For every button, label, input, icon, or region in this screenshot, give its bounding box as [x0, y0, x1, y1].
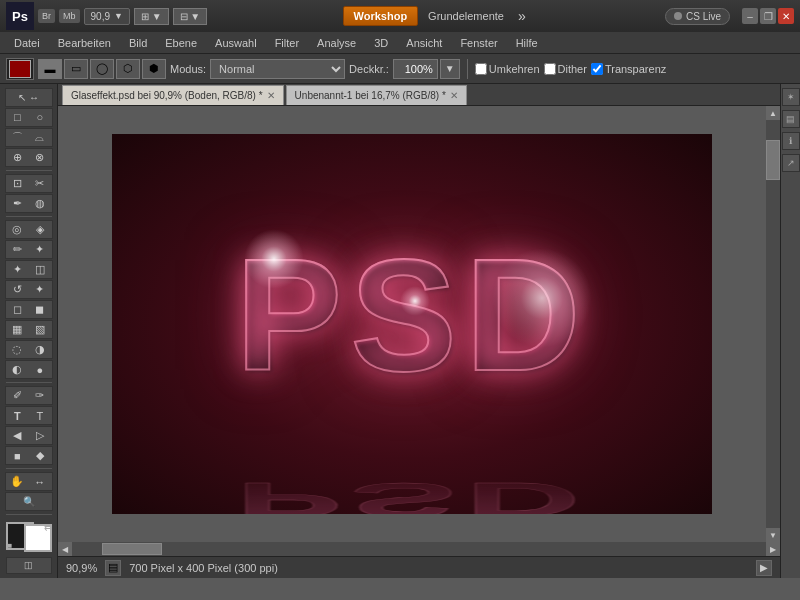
panel-btn-star[interactable]: ✶: [782, 88, 800, 106]
shape-tool[interactable]: ■◆: [5, 446, 53, 465]
scroll-left-arrow[interactable]: ◀: [58, 542, 72, 556]
quick-mask-btn[interactable]: ◫: [6, 557, 52, 574]
minimize-button[interactable]: –: [742, 8, 758, 24]
modus-select[interactable]: Normal Multiplizieren Negativ Multiplizi…: [210, 59, 345, 79]
zoom-tool[interactable]: 🔍: [5, 492, 53, 511]
deckkraft-input[interactable]: [393, 59, 438, 79]
status-zoom: 90,9%: [66, 562, 97, 574]
menu-hilfe[interactable]: Hilfe: [508, 35, 546, 51]
panel-btn-info[interactable]: ℹ: [782, 132, 800, 150]
toolbar: ↖ ↔ □○ ⌒⌓ ⊕⊗ ⊡✂ ✒◍ ◎◈ ✏✦ ✦◫ ↺✦ ◻◼: [0, 84, 58, 578]
clone-tool[interactable]: ✦◫: [5, 260, 53, 279]
titlebar: Ps Br Mb 90,9 ▼ ⊞ ▼ ⊟ ▼ Workshop Grundel…: [0, 0, 800, 32]
pen-tool[interactable]: ✐✑: [5, 386, 53, 405]
view-dropdown[interactable]: ⊞ ▼: [134, 8, 169, 25]
shape-rounded[interactable]: ▭: [64, 59, 88, 79]
umkehren-checkbox[interactable]: [475, 63, 487, 75]
br-badge[interactable]: Br: [38, 9, 55, 23]
tab-close-0[interactable]: ✕: [267, 90, 275, 101]
panel-btn-grid[interactable]: ▤: [782, 110, 800, 128]
menu-ebene[interactable]: Ebene: [157, 35, 205, 51]
canvas-area: PSD PSD: [58, 106, 766, 542]
horizontal-scrollbar-container: ◀ ▶: [58, 542, 780, 556]
tab-unbenannt[interactable]: Unbenannt-1 bei 16,7% (RGB/8) * ✕: [286, 85, 467, 105]
right-panel: ✶ ▤ ℹ ↗: [780, 84, 800, 578]
tab-glaseffekt[interactable]: Glaseffekt.psd bei 90,9% (Boden, RGB/8) …: [62, 85, 284, 105]
ps-logo: Ps: [6, 2, 34, 30]
psd-text-display: PSD: [236, 223, 589, 407]
tab-close-1[interactable]: ✕: [450, 90, 458, 101]
cslive-button[interactable]: CS Live: [665, 8, 730, 25]
grundelemente-label: Grundelemente: [422, 10, 510, 22]
history-tool[interactable]: ↺✦: [5, 280, 53, 299]
status-next-arrow[interactable]: ▶: [756, 560, 772, 576]
extend-button[interactable]: »: [514, 8, 530, 24]
scroll-down-arrow[interactable]: ▼: [766, 528, 780, 542]
status-icon[interactable]: ▤: [105, 560, 121, 576]
eyedropper-tool[interactable]: ✒◍: [5, 194, 53, 213]
status-info: 700 Pixel x 400 Pixel (300 ppi): [129, 562, 748, 574]
mb-badge[interactable]: Mb: [59, 9, 80, 23]
shape-rect[interactable]: ▬: [38, 59, 62, 79]
dodge-tool[interactable]: ◐●: [5, 360, 53, 379]
menu-bild[interactable]: Bild: [121, 35, 155, 51]
statusbar: 90,9% ▤ 700 Pixel x 400 Pixel (300 ppi) …: [58, 556, 780, 578]
panel-btn-arrow[interactable]: ↗: [782, 154, 800, 172]
color-swatch-option[interactable]: [6, 58, 34, 80]
crop-tool[interactable]: ⊡✂: [5, 174, 53, 193]
vertical-scrollbar[interactable]: ▲ ▼: [766, 106, 780, 542]
tabs-bar: Glaseffekt.psd bei 90,9% (Boden, RGB/8) …: [58, 84, 780, 106]
view2-dropdown[interactable]: ⊟ ▼: [173, 8, 208, 25]
path-select-tool[interactable]: ◀▷: [5, 426, 53, 445]
scroll-right-arrow[interactable]: ▶: [766, 542, 780, 556]
menu-datei[interactable]: Datei: [6, 35, 48, 51]
default-colors-icon[interactable]: ■: [8, 541, 13, 550]
lasso-tool[interactable]: ⌒⌓: [5, 128, 53, 147]
brush-tool[interactable]: ✏✦: [5, 240, 53, 259]
restore-button[interactable]: ❐: [760, 8, 776, 24]
document-area: Glaseffekt.psd bei 90,9% (Boden, RGB/8) …: [58, 84, 780, 578]
blur-tool[interactable]: ◌◑: [5, 340, 53, 359]
color-swatches[interactable]: ⇄ ■: [6, 522, 52, 552]
canvas: PSD PSD: [112, 134, 712, 514]
scroll-thumb-h[interactable]: [102, 543, 162, 555]
menu-fenster[interactable]: Fenster: [452, 35, 505, 51]
scroll-up-arrow[interactable]: ▲: [766, 106, 780, 120]
text-tool[interactable]: TT: [5, 406, 53, 425]
menu-auswahl[interactable]: Auswahl: [207, 35, 265, 51]
workspace-button[interactable]: Workshop: [343, 6, 419, 26]
scroll-thumb-v[interactable]: [766, 140, 780, 180]
menu-bearbeiten[interactable]: Bearbeiten: [50, 35, 119, 51]
psd-reflection: PSD: [236, 472, 589, 514]
close-button[interactable]: ✕: [778, 8, 794, 24]
optionsbar: ▬ ▭ ◯ ⬡ ⬢ Modus: Normal Multiplizieren N…: [0, 54, 800, 84]
menu-ansicht[interactable]: Ansicht: [398, 35, 450, 51]
eraser-tool[interactable]: ◻◼: [5, 300, 53, 319]
menu-3d[interactable]: 3D: [366, 35, 396, 51]
swap-colors-icon[interactable]: ⇄: [44, 522, 52, 533]
spot-heal-tool[interactable]: ◎◈: [5, 220, 53, 239]
hand-tool[interactable]: ✋↔: [5, 472, 53, 491]
transparenz-label: Transparenz: [605, 63, 666, 75]
dither-label: Dither: [558, 63, 587, 75]
marquee-tool[interactable]: □○: [5, 108, 53, 127]
menu-filter[interactable]: Filter: [267, 35, 307, 51]
deckkraft-label: Deckkr.:: [349, 63, 389, 75]
modus-label: Modus:: [170, 63, 206, 75]
shape-custom2[interactable]: ⬢: [142, 59, 166, 79]
gradient-tool[interactable]: ▦▧: [5, 320, 53, 339]
transparenz-checkbox[interactable]: [591, 63, 603, 75]
dither-checkbox[interactable]: [544, 63, 556, 75]
main-area: ↖ ↔ □○ ⌒⌓ ⊕⊗ ⊡✂ ✒◍ ◎◈ ✏✦ ✦◫ ↺✦ ◻◼: [0, 84, 800, 578]
shape-circle[interactable]: ◯: [90, 59, 114, 79]
quick-select-tool[interactable]: ⊕⊗: [5, 148, 53, 167]
menubar: Datei Bearbeiten Bild Ebene Auswahl Filt…: [0, 32, 800, 54]
deckkraft-arrow[interactable]: ▼: [440, 59, 460, 79]
shape-custom1[interactable]: ⬡: [116, 59, 140, 79]
move-tool[interactable]: ↖ ↔: [5, 88, 53, 107]
menu-analyse[interactable]: Analyse: [309, 35, 364, 51]
umkehren-label: Umkehren: [489, 63, 540, 75]
zoom-display: 90,9 ▼: [84, 8, 130, 25]
